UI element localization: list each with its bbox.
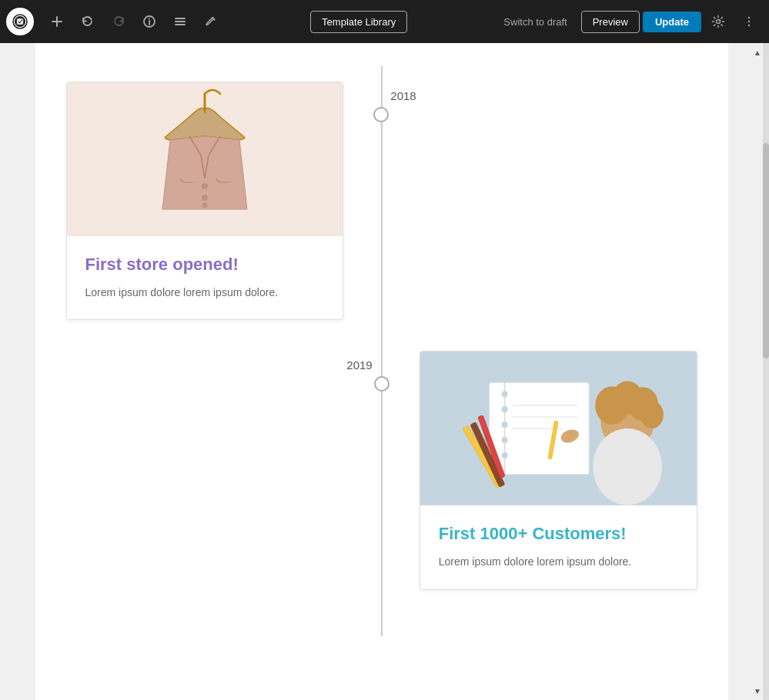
update-button[interactable]: Update: [643, 12, 701, 32]
svg-point-17: [202, 195, 208, 201]
svg-point-6: [149, 18, 150, 20]
svg-point-18: [202, 203, 207, 208]
scroll-down-icon: ▼: [754, 687, 761, 695]
redo-button[interactable]: [105, 8, 132, 35]
wp-logo[interactable]: [6, 8, 34, 35]
timeline-item-2019: First 1000+ Customers! Lorem ipsum dolor…: [66, 351, 697, 589]
svg-point-13: [748, 21, 750, 22]
toolbar: Template Library Switch to draft Preview…: [0, 0, 769, 43]
timeline-node-2019: 2019: [343, 351, 419, 392]
timeline-card-2019: First 1000+ Customers! Lorem ipsum dolor…: [420, 351, 697, 589]
timeline-card-2018-text: Lorem ipsum dolore lorem ipsum dolore.: [85, 284, 325, 301]
switch-draft-button[interactable]: Switch to draft: [493, 12, 577, 32]
svg-point-38: [593, 428, 662, 505]
clothing-image: [67, 82, 343, 236]
timeline-card-2019-body: First 1000+ Customers! Lorem ipsum dolor…: [420, 505, 697, 588]
list-button[interactable]: [166, 8, 194, 35]
editor-area: ▲ ▼: [0, 43, 769, 700]
template-library-button[interactable]: Template Library: [310, 11, 407, 33]
undo-button[interactable]: [74, 8, 102, 35]
timeline-card-2018: First store opened! Lorem ipsum dolore l…: [66, 82, 344, 320]
svg-point-23: [501, 406, 507, 412]
timeline-card-2018-body: First store opened! Lorem ipsum dolore l…: [67, 236, 343, 319]
scrollbar[interactable]: [763, 43, 769, 700]
timeline-item-2018: First store opened! Lorem ipsum dolore l…: [66, 82, 697, 320]
drawing-image: [420, 352, 697, 505]
svg-point-16: [202, 183, 208, 189]
timeline-card-2019-text: Lorem ipsum dolore lorem ipsum dolore.: [439, 553, 678, 570]
timeline-circle-2018: [373, 107, 389, 122]
settings-button[interactable]: [704, 8, 732, 35]
timeline-year-2019: 2019: [343, 358, 372, 372]
svg-point-25: [501, 437, 507, 443]
timeline-node-2018: 2018: [343, 82, 419, 122]
scroll-up-icon: ▲: [754, 48, 761, 57]
canvas: First store opened! Lorem ipsum dolore l…: [0, 43, 763, 700]
scroll-up-arrow[interactable]: ▲: [752, 43, 763, 62]
timeline-card-2018-title: First store opened!: [85, 255, 325, 275]
svg-point-37: [640, 402, 664, 429]
svg-point-14: [748, 25, 750, 26]
add-button[interactable]: [43, 8, 71, 35]
scrollbar-thumb[interactable]: [763, 143, 769, 358]
edit-button[interactable]: [197, 8, 225, 35]
svg-point-24: [501, 422, 507, 428]
svg-point-12: [748, 17, 750, 18]
page-content: First store opened! Lorem ipsum dolore l…: [35, 43, 728, 700]
info-button[interactable]: [135, 8, 163, 35]
timeline-year-2018: 2018: [390, 89, 419, 102]
preview-button[interactable]: Preview: [581, 11, 640, 33]
timeline: First store opened! Lorem ipsum dolore l…: [66, 66, 697, 636]
svg-point-1: [17, 18, 23, 25]
more-options-button[interactable]: [735, 8, 763, 35]
svg-point-22: [501, 392, 507, 398]
svg-point-26: [501, 452, 507, 458]
timeline-card-2019-title: First 1000+ Customers!: [439, 524, 678, 544]
svg-point-11: [717, 20, 721, 24]
scroll-down-arrow[interactable]: ▼: [752, 682, 763, 700]
timeline-circle-2019: [374, 376, 390, 392]
